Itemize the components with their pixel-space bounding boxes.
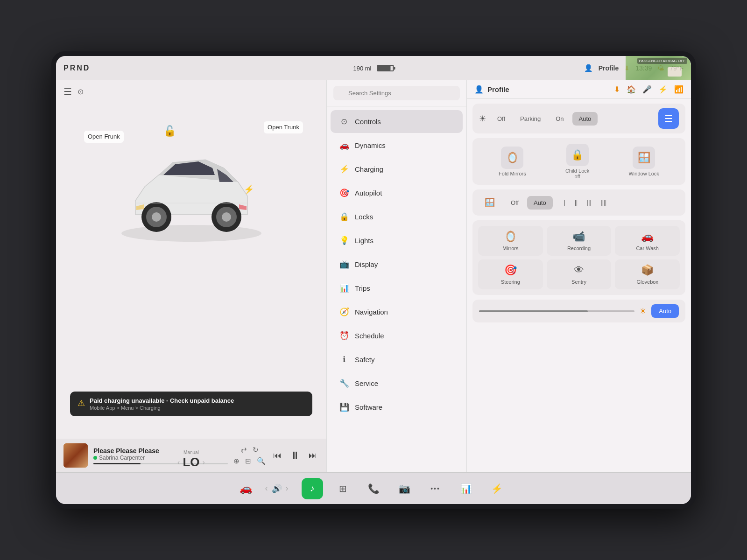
prev-track-button[interactable]: ⏮ [271,449,283,462]
phone-taskbar-button[interactable]: 📞 [363,478,385,499]
gear-indicator: Manual ‹ LO › [177,450,205,469]
player-extras: ⇄ ↻ ⊕ ⊟ 🔍 [233,446,266,465]
bluetooth-header-icon[interactable]: ⚡ [658,85,668,94]
nav-item-software[interactable]: 💾 Software [331,396,463,419]
equalizer-button[interactable]: ⊟ [245,457,251,465]
shuffle-button[interactable]: ⇄ [241,446,247,454]
lights-on-button[interactable]: On [549,112,570,126]
spotify-taskbar-button[interactable]: ♪ [302,478,323,499]
signal-header-icon[interactable]: 📶 [674,85,684,94]
nav-item-charging[interactable]: ⚡ Charging [331,158,463,181]
nav-item-dynamics[interactable]: 🚗 Dynamics [331,134,463,157]
brightness-auto-button[interactable]: Auto [651,304,679,318]
brightness-slider[interactable] [479,310,634,312]
taskbar-left-arrow[interactable]: ‹ [265,483,268,493]
nav-item-navigation[interactable]: 🧭 Navigation [331,301,463,323]
nav-item-autopilot[interactable]: 🎯 Autopilot [331,182,463,204]
next-track-button[interactable]: ⏭ [307,449,319,462]
steering-icon: 🎯 [504,264,517,276]
bluetooth-taskbar-icon: ⚡ [491,483,503,494]
frunk-icon: 🔓 [163,125,176,137]
status-left: PRND [63,64,90,72]
brightness-row: ☀ Auto [472,300,685,322]
recenter-icon[interactable]: ⊙ [78,87,84,96]
fold-mirrors-icon: 🪞 [506,152,519,164]
nav-item-display[interactable]: 📺 Display [331,253,463,276]
wiper-off-button[interactable]: Off [504,196,525,210]
volume-icon[interactable]: 🔊 [272,483,282,494]
lights-display-button[interactable]: ☰ [658,108,679,129]
sentry-button[interactable]: 👁 Sentry [547,259,612,289]
window-lock-button[interactable]: 🪟 Window Lock [628,147,659,176]
fold-mirrors-button[interactable]: 🪞 Fold Mirrors [499,147,526,176]
wiper-speed-3[interactable]: ||| [583,196,595,209]
open-frunk-button[interactable]: Open Frunk [84,131,124,143]
glovebox-icon: 📦 [641,264,654,276]
controls-label: Controls [355,118,381,126]
child-lock-icon: 🔒 [571,149,584,161]
download-header-icon[interactable]: ⬇ [614,85,620,94]
glovebox-button[interactable]: 📦 Glovebox [615,259,680,289]
gear-down-arrow[interactable]: ‹ [177,458,180,467]
profile-label[interactable]: Profile [599,64,619,72]
camera-taskbar-button[interactable]: 📷 [394,478,416,499]
steering-button[interactable]: 🎯 Steering [478,259,543,289]
nav-list: ⊙ Controls 🚗 Dynamics ⚡ Charging 🎯 Autop… [327,106,466,472]
steering-label: Steering [501,279,520,285]
search-wrapper: 🔍 [333,86,460,100]
gear-up-arrow[interactable]: › [203,458,205,467]
top-icons: ⬇ 🏠 🎤 ⚡ 📶 [614,85,684,94]
menu-icon[interactable]: ☰ [63,86,72,97]
locks-icon: 🔒 [339,212,349,222]
profile-header: 👤 Profile ⬇ 🏠 🎤 ⚡ 📶 [467,80,691,99]
spotify-taskbar-icon: ♪ [310,483,315,494]
car-home-icon[interactable]: 🚗 [240,483,252,495]
gear-mode-label: Manual [177,450,205,455]
wiper-speed-2[interactable]: || [571,196,581,209]
nav-item-schedule[interactable]: ⏰ Schedule [331,324,463,347]
nav-item-locks[interactable]: 🔒 Locks [331,205,463,228]
taskbar-right-arrow[interactable]: › [286,483,289,493]
mirrors-icon: 🪞 [504,231,517,243]
fold-mirrors-icon-wrap: 🪞 [501,147,523,169]
car-wash-button[interactable]: 🚗 Car Wash [615,226,680,256]
wiper-speed-4[interactable]: |||| [597,196,610,209]
lights-parking-button[interactable]: Parking [514,112,547,126]
chart-taskbar-button[interactable]: 📊 [456,478,477,499]
middle-panel: 🔍 ⊙ Controls 🚗 Dynamics ⚡ Cha [327,80,467,472]
more-taskbar-button[interactable]: ••• [425,478,446,499]
mic-header-icon[interactable]: 🎤 [642,85,652,94]
profile-header-icon: 👤 [474,85,484,94]
nav-item-safety[interactable]: ℹ Safety [331,348,463,371]
progress-bar[interactable] [93,463,228,464]
lights-off-button[interactable]: Off [491,112,512,126]
wiper-speed-1[interactable]: | [560,196,569,209]
brightness-sun-icon: ☀ [639,306,647,316]
add-button[interactable]: ⊕ [233,457,240,465]
grid-taskbar-button[interactable]: ⊞ [332,478,354,499]
airbag-badge: PASSENGER AIRBAG OFF [637,58,687,64]
window-lock-label: Window Lock [628,171,659,176]
search-input[interactable] [333,86,460,100]
home-header-icon[interactable]: 🏠 [627,85,636,94]
open-trunk-button[interactable]: Open Trunk [264,121,303,133]
child-lock-button[interactable]: 🔒 Child Lockoff [565,144,589,179]
bluetooth-taskbar-button[interactable]: ⚡ [486,478,508,499]
safety-icon: ℹ [339,355,349,364]
progress-fill [93,463,141,464]
map-thumbnail[interactable]: PASSENGER AIRBAG OFF [626,56,691,80]
nav-item-service[interactable]: 🔧 Service [331,372,463,395]
dynamics-icon: 🚗 [339,140,349,150]
wiper-auto-button[interactable]: Auto [527,196,553,210]
repeat-button[interactable]: ↻ [253,446,259,454]
recording-button[interactable]: 📹 Recording [547,226,612,256]
autopilot-label: Autopilot [355,189,382,197]
taskbar: 🚗 ‹ 🔊 › ♪ ⊞ 📞 📷 ••• 📊 [56,472,691,504]
play-pause-button[interactable]: ⏸ [288,448,302,463]
nav-item-lights[interactable]: 💡 Lights [331,229,463,252]
lights-auto-button[interactable]: Auto [572,112,598,126]
nav-item-controls[interactable]: ⊙ Controls [331,110,463,133]
nav-item-trips[interactable]: 📊 Trips [331,277,463,300]
search-music-button[interactable]: 🔍 [257,457,266,465]
mirrors-button[interactable]: 🪞 Mirrors [478,226,543,256]
